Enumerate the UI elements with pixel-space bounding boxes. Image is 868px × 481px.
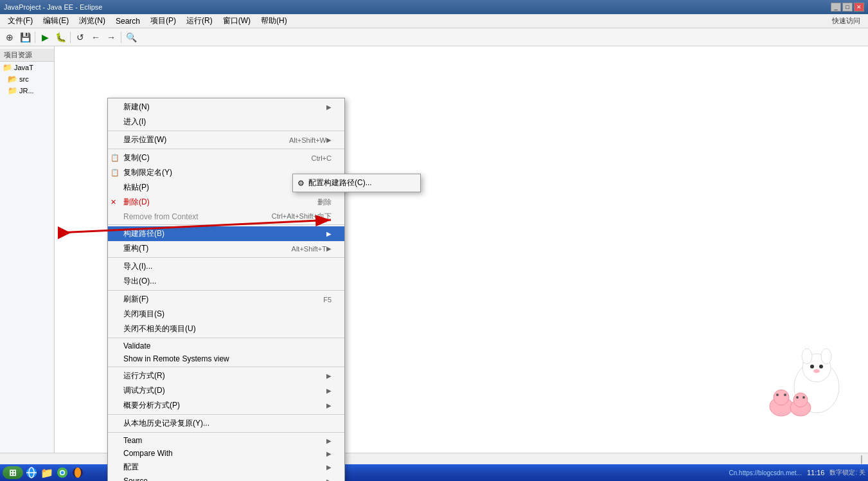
ctx-close-unrelated[interactable]: 关闭不相关的项目(U): [108, 322, 344, 336]
ctx-sep-3: [108, 224, 344, 225]
menu-bar: 文件(F) 编辑(E) 浏览(N) Search 项目(P) 运行(R) 窗口(…: [0, 14, 868, 28]
submenu-build-path: ⚙ 配置构建路径(C)...: [292, 174, 421, 192]
ctx-export-label: 导出(O)...: [123, 276, 332, 287]
svg-point-25: [75, 467, 81, 478]
ctx-refresh-label: 刷新(F): [123, 294, 310, 305]
sidebar-item-java-project[interactable]: 📁 JavaT: [0, 62, 54, 73]
sidebar-item-jr[interactable]: 📁 JR...: [0, 85, 54, 96]
ctx-refresh[interactable]: 刷新(F) F5: [108, 292, 344, 307]
sidebar-item-label-src: src: [19, 75, 29, 83]
ctx-team[interactable]: Team ▶: [108, 434, 344, 447]
taskbar-ie-icon[interactable]: [24, 466, 39, 479]
menu-help[interactable]: 帮助(H): [256, 14, 292, 28]
svg-point-6: [821, 349, 831, 364]
menu-run[interactable]: 运行(R): [181, 14, 218, 28]
ctx-build-path-label: 构建路径(B): [123, 228, 326, 239]
ctx-remove-context-label: Remove from Context: [123, 212, 259, 221]
svg-point-9: [813, 369, 820, 373]
ctx-show-location[interactable]: 显示位置(W) Alt+Shift+W ▶: [108, 132, 344, 147]
menu-file[interactable]: 文件(F): [3, 14, 38, 28]
toolbar-search[interactable]: 🔍: [124, 30, 138, 44]
copy-qualified-icon: 📋: [111, 168, 120, 177]
ctx-remove-context[interactable]: Remove from Context Ctrl+Alt+Shift+向下: [108, 210, 344, 223]
svg-marker-2: [58, 226, 71, 239]
ctx-restore-history[interactable]: 从本地历史记录复原(Y)...: [108, 416, 344, 431]
ctx-export[interactable]: 导出(O)...: [108, 274, 344, 289]
ctx-refactor[interactable]: 重构(T) Alt+Shift+T ▶: [108, 241, 344, 256]
start-button[interactable]: ⊞: [3, 466, 23, 479]
submenu-configure-build-path-label: 配置构建路径(C)...: [308, 177, 372, 188]
ctx-profile-as[interactable]: 概要分析方式(P) ▶: [108, 398, 344, 413]
svg-point-12: [776, 394, 779, 396]
ctx-compare-with[interactable]: Compare With ▶: [108, 447, 344, 460]
ctx-debug-as-label: 调试方式(D): [123, 385, 326, 396]
ctx-new[interactable]: 新建(N) ▶: [108, 100, 344, 114]
ctx-refactor-arrow: ▶: [326, 245, 332, 252]
ctx-enter-label: 进入(I): [123, 116, 332, 127]
close-button[interactable]: ✕: [854, 3, 864, 12]
ctx-show-location-shortcut: Alt+Shift+W: [289, 136, 326, 144]
ctx-debug-as[interactable]: 调试方式(D) ▶: [108, 383, 344, 398]
svg-point-5: [802, 349, 812, 364]
src-icon: 📂: [8, 75, 17, 84]
window-controls: _ □ ✕: [831, 3, 864, 12]
ctx-copy-label: 复制(C): [123, 152, 299, 163]
ctx-delete[interactable]: ✕ 删除(D) 删除: [108, 195, 344, 210]
toolbar-forward[interactable]: →: [104, 30, 118, 44]
ctx-copy[interactable]: 📋 复制(C) Ctrl+C: [108, 150, 344, 165]
ctx-remove-context-shortcut: Ctrl+Alt+Shift+向下: [272, 212, 332, 221]
menu-edit[interactable]: 编辑(E): [38, 14, 74, 28]
quick-access-label: 快速访问: [832, 16, 865, 26]
editor-area: 新建(N) ▶ 进入(I) 显示位置(W) Alt+Shift+W ▶ 📋 复制…: [55, 46, 868, 464]
ctx-import[interactable]: 导入(I)...: [108, 259, 344, 274]
ctx-configure[interactable]: 配置 ▶: [108, 460, 344, 475]
toolbar-refresh[interactable]: ↺: [73, 30, 87, 44]
ctx-source-label: Source: [123, 476, 326, 481]
ctx-copy-shortcut: Ctrl+C: [312, 154, 332, 162]
main-area: 项目资源 📁 JavaT 📂 src 📁 JR... 新建(N) ▶ 进入(I): [0, 46, 868, 464]
toolbar: ⊕ 💾 ▶ 🐛 ↺ ← → 🔍: [0, 28, 868, 46]
taskbar-right: Cn.https://blogcsdn.met... 11:16 数字锁定: 关: [729, 468, 865, 477]
submenu-configure-build-path[interactable]: ⚙ 配置构建路径(C)...: [293, 176, 420, 190]
toolbar-new[interactable]: ⊕: [3, 30, 17, 44]
taskbar-chrome-icon[interactable]: [55, 466, 69, 479]
toolbar-save[interactable]: 💾: [18, 30, 32, 44]
toolbar-back[interactable]: ←: [89, 30, 103, 44]
ctx-build-path[interactable]: 构建路径(B) ▶: [108, 226, 344, 241]
ctx-build-path-arrow: ▶: [326, 230, 332, 237]
ctx-new-arrow: ▶: [326, 104, 332, 111]
ctx-validate[interactable]: Validate: [108, 340, 344, 352]
maximize-button[interactable]: □: [842, 3, 853, 12]
ctx-refactor-shortcut: Alt+Shift+T: [292, 245, 326, 253]
title-text: JavaProject - Java EE - Eclipse: [4, 3, 102, 11]
ctx-refactor-label: 重构(T): [123, 243, 279, 254]
context-menu: 新建(N) ▶ 进入(I) 显示位置(W) Alt+Shift+W ▶ 📋 复制…: [107, 98, 345, 481]
ctx-close-project[interactable]: 关闭项目(S): [108, 307, 344, 322]
menu-browse[interactable]: 浏览(N): [74, 14, 111, 28]
ctx-close-project-label: 关闭项目(S): [123, 309, 332, 320]
jr-icon: 📁: [8, 86, 17, 95]
ctx-validate-label: Validate: [123, 341, 332, 350]
ctx-profile-as-label: 概要分析方式(P): [123, 400, 326, 411]
ctx-sep-9: [108, 432, 344, 433]
toolbar-run[interactable]: ▶: [38, 30, 52, 44]
ctx-refresh-shortcut: F5: [323, 296, 332, 304]
taskbar-folder-icon[interactable]: 📁: [40, 466, 54, 479]
ctx-team-arrow: ▶: [326, 437, 332, 444]
menu-project[interactable]: 项目(P): [145, 14, 181, 28]
svg-point-11: [774, 390, 789, 405]
ctx-source[interactable]: Source ▶: [108, 475, 344, 481]
sidebar-item-src[interactable]: 📂 src: [0, 73, 54, 85]
svg-point-7: [810, 365, 814, 368]
ctx-enter[interactable]: 进入(I): [108, 114, 344, 129]
ctx-show-remote[interactable]: Show in Remote Systems view: [108, 352, 344, 365]
taskbar-eclipse-icon[interactable]: [71, 466, 85, 479]
ctx-sep-4: [108, 257, 344, 258]
minimize-button[interactable]: _: [831, 3, 841, 12]
ctx-run-as[interactable]: 运行方式(R) ▶: [108, 368, 344, 383]
ctx-run-as-arrow: ▶: [326, 372, 332, 379]
menu-window[interactable]: 窗口(W): [218, 14, 256, 28]
menu-search[interactable]: Search: [111, 15, 145, 27]
toolbar-debug[interactable]: 🐛: [53, 30, 67, 44]
ctx-sep-8: [108, 414, 344, 415]
